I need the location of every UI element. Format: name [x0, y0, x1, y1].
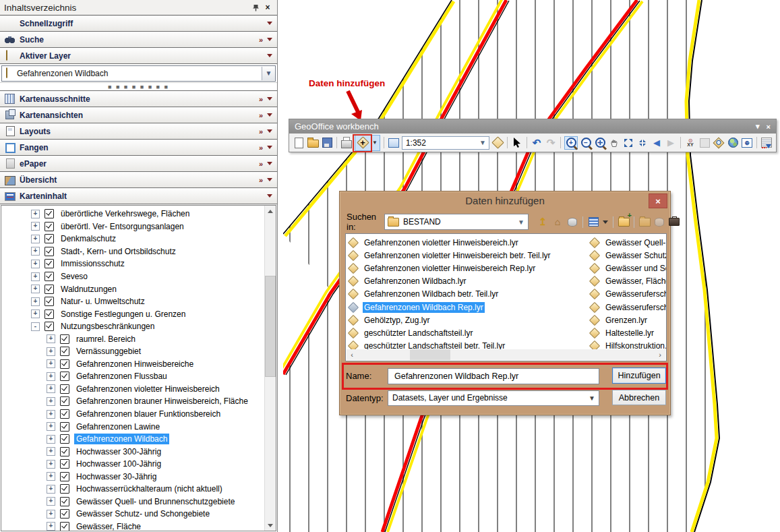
pin-icon[interactable]: [250, 2, 261, 13]
layer-checkbox[interactable]: [60, 396, 69, 406]
file-name[interactable]: Gefahrenzonen Wildbach.lyr: [363, 276, 467, 287]
file-name[interactable]: Gewässer Quell- ur: [604, 237, 667, 248]
close-icon[interactable]: ×: [262, 2, 273, 13]
home-folder-button[interactable]: ⌂: [551, 216, 564, 228]
zoom-in-button[interactable]: +: [564, 136, 578, 150]
expand-icon[interactable]: +: [47, 460, 55, 469]
expand-icon[interactable]: +: [31, 260, 40, 268]
expand-icon[interactable]: +: [31, 297, 40, 306]
expand-icon[interactable]: +: [31, 222, 40, 231]
undo-button[interactable]: ↶: [531, 137, 543, 149]
file-name[interactable]: Gewässer, Fläche.ly: [604, 276, 667, 287]
expand-icon[interactable]: +: [47, 347, 55, 356]
layer-label[interactable]: Immissionsschutz: [59, 258, 127, 269]
layer-checkbox[interactable]: [60, 409, 69, 419]
zoom-extent-button[interactable]: ✛: [594, 137, 606, 149]
layer-label[interactable]: Vernässunggebiet: [74, 346, 143, 357]
expand-icon[interactable]: +: [31, 309, 40, 318]
combo-dropdown-button[interactable]: ▼: [518, 218, 528, 226]
layer-label[interactable]: Gefahrenzonen brauner Hinweisbereich, Fl…: [74, 396, 250, 407]
connect-folder-button[interactable]: [618, 216, 630, 228]
close-icon[interactable]: ×: [767, 123, 771, 131]
layer-label[interactable]: Hochwasser 30-Jährig: [74, 471, 158, 482]
layer-checkbox[interactable]: [44, 309, 54, 319]
forward-extent-button[interactable]: ▶: [665, 137, 677, 149]
scroll-down-button[interactable]: [265, 520, 276, 531]
file-name[interactable]: Gewässer Schutz- u: [604, 250, 667, 261]
layer-label[interactable]: Hochwasserrückhalteraum (nicht aktuell): [74, 483, 224, 494]
tree-scrollbar[interactable]: [264, 206, 276, 531]
expand-icon[interactable]: +: [47, 522, 55, 531]
layer-checkbox[interactable]: [60, 372, 69, 381]
horizontal-scrollbar[interactable]: ‹ ›: [347, 349, 665, 360]
layer-checkbox[interactable]: [60, 422, 69, 432]
magnifier-window-button[interactable]: ⊕: [741, 137, 753, 149]
section-karteninhalt[interactable]: Karteninhalt: [0, 188, 277, 204]
name-input[interactable]: Gefahrenzonen Wildbach Rep.lyr: [388, 368, 599, 384]
layer-label[interactable]: überörtliche Verkehrswege, Flächen: [59, 208, 191, 219]
expand-icon[interactable]: +: [47, 372, 55, 381]
select-cursor-button[interactable]: [511, 137, 523, 149]
redo-button[interactable]: ↷: [545, 137, 557, 149]
list-view-button[interactable]: [587, 216, 599, 228]
layer-label[interactable]: Gefahrenzonen Flussbau: [74, 371, 169, 382]
layer-label[interactable]: Denkmalschutz: [59, 233, 118, 244]
expand-icon[interactable]: +: [47, 447, 55, 456]
expand-icon[interactable]: +: [47, 485, 55, 494]
up-one-level-button[interactable]: ↥: [537, 216, 549, 228]
layer-label[interactable]: Hochwasser 100-Jährig: [74, 459, 163, 469]
layer-checkbox[interactable]: [44, 272, 54, 281]
section-kartenansichten[interactable]: Kartenansichten »: [0, 107, 277, 123]
fixed-zoom-out-button[interactable]: [636, 137, 649, 149]
layer-label[interactable]: Gewässer Quell- und Brunnenschutzgebiete: [74, 496, 237, 507]
layer-label[interactable]: Gefahrenzonen blauer Funktionsbereich: [74, 409, 222, 419]
section-uebersicht[interactable]: Übersicht »: [0, 172, 277, 188]
layer-checkbox[interactable]: [60, 509, 69, 519]
file-name[interactable]: Grenzen.lyr: [604, 315, 649, 326]
expand-icon[interactable]: +: [47, 397, 55, 406]
add-data-button[interactable]: +: [355, 136, 370, 150]
fixed-zoom-in-button[interactable]: [622, 137, 634, 149]
save-button[interactable]: [321, 137, 333, 149]
section-fangen[interactable]: Fangen »: [0, 140, 277, 156]
layer-checkbox[interactable]: [60, 472, 69, 481]
layer-checkbox[interactable]: [60, 484, 69, 494]
layer-checkbox[interactable]: [44, 285, 54, 294]
file-name[interactable]: Gefahrenzonen violetter Hinweisbereich.l…: [363, 237, 520, 248]
cancel-button[interactable]: Abbrechen: [612, 390, 666, 405]
expand-icon[interactable]: +: [47, 435, 55, 444]
expand-icon[interactable]: +: [31, 210, 40, 218]
layer-checkbox[interactable]: [60, 384, 69, 394]
layer-checkbox[interactable]: [44, 234, 54, 243]
layer-label[interactable]: raumrel. Bereich: [74, 334, 138, 345]
active-layer-diamond-button[interactable]: [491, 137, 504, 149]
file-name[interactable]: Gefahrenzonen Wildbach betr. Teil.lyr: [363, 289, 500, 299]
combo-dropdown-button[interactable]: ▼: [262, 67, 275, 80]
section-schnellzugriff[interactable]: Schnellzugriff: [0, 16, 277, 32]
view-dropdown[interactable]: [602, 216, 609, 228]
scroll-right-button[interactable]: ›: [655, 349, 665, 360]
pan-hand-button[interactable]: [608, 137, 620, 149]
expand-icon[interactable]: +: [31, 285, 40, 293]
scrollbar-thumb[interactable]: [265, 276, 276, 377]
scroll-up-button[interactable]: [265, 206, 276, 216]
file-list[interactable]: Gefahrenzonen violetter Hinweisbereich.l…: [345, 233, 667, 361]
new-geodatabase-button[interactable]: [653, 216, 665, 228]
scroll-left-button[interactable]: ‹: [347, 349, 357, 360]
layer-label[interactable]: Gewässer, Fläche: [74, 521, 143, 531]
window-menu-icon[interactable]: ▾: [756, 122, 760, 131]
workbench-titlebar[interactable]: GeoOffice workbench ▾ ×: [289, 119, 776, 134]
layer-checkbox[interactable]: [44, 209, 54, 218]
layer-checkbox[interactable]: [60, 497, 69, 506]
splitter-handle[interactable]: ■ ■ ■ ■ ■ ■ ■ ■: [0, 83, 277, 91]
expand-icon[interactable]: +: [47, 334, 55, 343]
expand-icon[interactable]: +: [47, 422, 55, 431]
zoom-out-button[interactable]: −: [580, 137, 592, 149]
layer-label[interactable]: überörtl. Ver- Entsorgungsanlagen: [59, 221, 186, 232]
map-clipboard-button[interactable]: [388, 137, 400, 149]
layer-label[interactable]: Hochwasser 300-Jährig: [74, 446, 163, 457]
scrollbar-thumb[interactable]: [410, 349, 450, 360]
layer-label[interactable]: Gefahrenzonen Lawine: [74, 421, 162, 432]
layer-checkbox[interactable]: [44, 247, 54, 256]
layer-label[interactable]: Natur- u. Umweltschutz: [59, 296, 147, 307]
